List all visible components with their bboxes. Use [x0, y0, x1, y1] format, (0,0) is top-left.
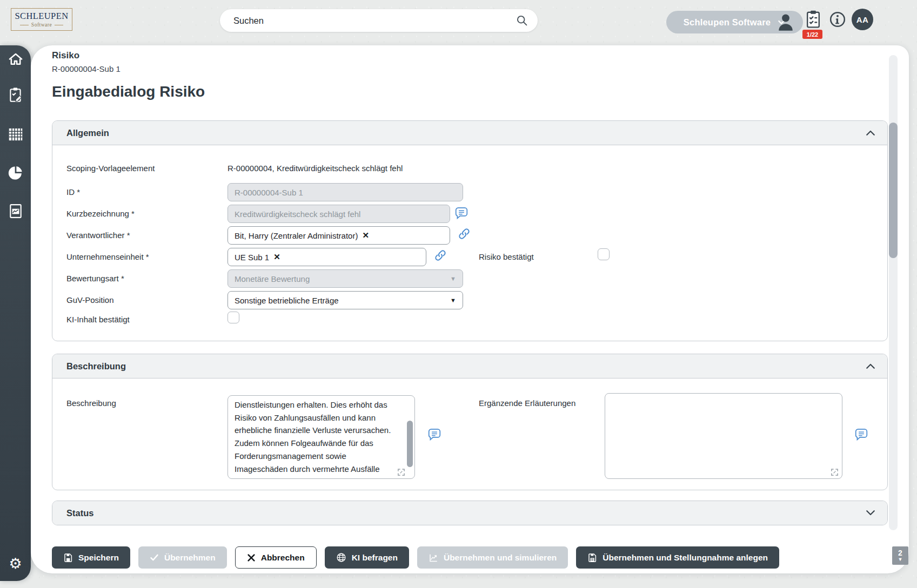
section-status: Status — [52, 501, 888, 525]
bewertungsart-label: Bewertungsart * — [66, 274, 124, 283]
verantwortlicher-field-value: Bit, Harry (Zentraler Administrator) — [235, 231, 358, 240]
verantwortlicher-link-icon[interactable] — [458, 227, 471, 240]
sidebar-item-reports[interactable] — [0, 204, 31, 220]
ergaenzende-comment-icon[interactable] — [854, 427, 868, 441]
section-allgemein-title: Allgemein — [66, 128, 109, 138]
kurzbezeichnung-label: Kurzbezeichnung * — [66, 209, 135, 218]
section-allgemein-header[interactable]: Allgemein — [52, 121, 887, 145]
global-search — [220, 9, 538, 32]
globe-icon — [336, 552, 346, 563]
unternehmenseinheit-remove-icon[interactable]: ✕ — [273, 252, 280, 262]
risiko-bestaetigt-checkbox[interactable] — [598, 248, 610, 260]
page-down-icon: ▼ — [898, 557, 903, 562]
pie-chart-icon — [8, 165, 23, 180]
action-bar: Speichern Übernehmen Abbrechen KI befrag… — [52, 546, 779, 569]
page-stepper[interactable]: 2 ▼ — [892, 546, 908, 565]
collapse-chevron-up-icon[interactable] — [866, 362, 875, 370]
section-beschreibung-title: Beschreibung — [66, 361, 126, 371]
abbrechen-label: Abbrechen — [261, 553, 305, 563]
guv-position-select[interactable]: Sonstige betriebliche Erträge ▼ — [227, 291, 463, 309]
verantwortlicher-field[interactable]: Bit, Harry (Zentraler Administrator) ✕ — [227, 226, 450, 245]
unternehmenseinheit-link-icon[interactable] — [434, 249, 447, 262]
report-chart-icon — [9, 204, 23, 219]
cancel-x-icon — [247, 553, 256, 562]
abbrechen-button[interactable]: Abbrechen — [235, 546, 317, 569]
id-field-value: R-00000004-Sub 1 — [235, 188, 303, 197]
ergaenzende-label: Ergänzende Erläuterungen — [479, 398, 575, 408]
unternehmenseinheit-field-value: UE Sub 1 — [235, 253, 269, 262]
expand-icon[interactable] — [397, 468, 405, 476]
page-number: 2 — [898, 549, 902, 557]
uebernehmen-simulieren-label: Übernehmen und simulieren — [444, 553, 557, 563]
expand-icon[interactable] — [831, 468, 839, 476]
user-icon[interactable] — [776, 11, 795, 33]
collapse-chevron-down-icon[interactable] — [866, 509, 875, 517]
id-field: R-00000004-Sub 1 — [227, 183, 463, 201]
guv-position-select-value: Sonstige betriebliche Erträge — [235, 296, 339, 305]
tasks-count-badge[interactable]: 1/22 — [802, 30, 822, 39]
sidebar-item-table[interactable] — [0, 127, 31, 144]
content-card: Risiko R-00000004-Sub 1 Eingabedialog Ri… — [31, 45, 909, 573]
speichern-button[interactable]: Speichern — [52, 546, 130, 569]
search-icon[interactable] — [516, 14, 528, 27]
kurzbezeichnung-field: Kreditwürdigkeitscheck schlägt fehl — [227, 205, 450, 223]
page-title: Eingabedialog Risiko — [52, 83, 205, 100]
sidebar-item-tasks[interactable] — [0, 87, 31, 103]
search-input[interactable] — [220, 16, 516, 26]
beschreibung-comment-icon[interactable] — [427, 427, 441, 441]
verantwortlicher-label: Verantwortlicher * — [66, 231, 130, 240]
ki-befragen-label: KI befragen — [352, 553, 398, 563]
beschreibung-text: Dienstleistungen erhalten. Dies erhöht d… — [235, 398, 400, 476]
uebernehmen-stellungnahme-button[interactable]: Übernehmen und Stellungnahme anlegen — [576, 546, 779, 569]
textarea-scrollbar-thumb[interactable] — [407, 421, 413, 467]
risiko-bestaetigt-label: Risiko bestätigt — [479, 252, 534, 261]
kurzbezeichnung-comment-icon[interactable] — [454, 206, 468, 220]
ki-inhalt-checkbox[interactable] — [227, 312, 239, 323]
info-icon[interactable] — [829, 11, 846, 28]
ergaenzende-textarea[interactable] — [605, 393, 842, 479]
top-header: SCHLEUPEN Software Schleupen Software 1/… — [0, 0, 917, 45]
dropdown-arrow-icon: ▼ — [450, 297, 456, 303]
simulate-chart-icon — [429, 553, 438, 563]
id-label: ID * — [66, 187, 80, 197]
unternehmenseinheit-field[interactable]: UE Sub 1 ✕ — [227, 248, 426, 266]
tenant-label: Schleupen Software — [684, 17, 771, 28]
unternehmenseinheit-label: Unternehmenseinheit * — [66, 252, 149, 261]
scoping-label: Scoping-Vorlageelement — [66, 164, 155, 173]
grid-icon — [8, 127, 23, 141]
save-icon — [63, 553, 73, 563]
sidebar-item-settings[interactable]: ⚙ — [0, 556, 31, 572]
logo-subtext: Software — [31, 22, 52, 28]
uebernehmen-simulieren-button: Übernehmen und simulieren — [417, 546, 568, 569]
section-status-header[interactable]: Status — [52, 501, 887, 525]
clipboard-edit-icon — [8, 87, 23, 103]
scoping-value: R-00000004, Kreditwürdigkeitscheck schlä… — [227, 164, 403, 173]
schleupen-logo[interactable]: SCHLEUPEN Software — [11, 8, 72, 31]
logo-rule-right — [55, 25, 63, 25]
section-status-title: Status — [66, 508, 93, 518]
tasks-clipboard-icon[interactable] — [805, 10, 822, 29]
logo-text: SCHLEUPEN — [11, 11, 72, 22]
bewertungsart-select: Monetäre Bewertung ▼ — [227, 269, 463, 288]
section-allgemein: Allgemein Scoping-Vorlageelement R-00000… — [52, 120, 888, 341]
content-scrollbar-thumb[interactable] — [889, 123, 898, 258]
section-beschreibung: Beschreibung Beschreibung Dienstleistung… — [52, 354, 888, 490]
home-icon — [8, 52, 23, 67]
save-note-icon — [587, 553, 597, 563]
speichern-label: Speichern — [78, 553, 119, 563]
sidebar-item-home[interactable] — [0, 52, 31, 68]
collapse-chevron-up-icon[interactable] — [866, 129, 875, 137]
sidebar: ⚙ — [0, 45, 31, 581]
guv-position-label: GuV-Position — [66, 295, 114, 305]
avatar[interactable]: AA — [852, 9, 873, 30]
uebernehmen-button: Übernehmen — [138, 546, 227, 569]
ki-befragen-button[interactable]: KI befragen — [325, 546, 409, 569]
uebernehmen-label: Übernehmen — [164, 553, 216, 563]
verantwortlicher-remove-icon[interactable]: ✕ — [362, 231, 369, 240]
ki-inhalt-label: KI-Inhalt bestätigt — [66, 315, 130, 324]
section-beschreibung-header[interactable]: Beschreibung — [52, 354, 887, 379]
beschreibung-textarea[interactable]: Dienstleistungen erhalten. Dies erhöht d… — [227, 395, 415, 479]
sidebar-item-analysis[interactable] — [0, 165, 31, 181]
logo-rule-left — [20, 25, 29, 25]
entity-type-title: Risiko — [52, 50, 79, 61]
